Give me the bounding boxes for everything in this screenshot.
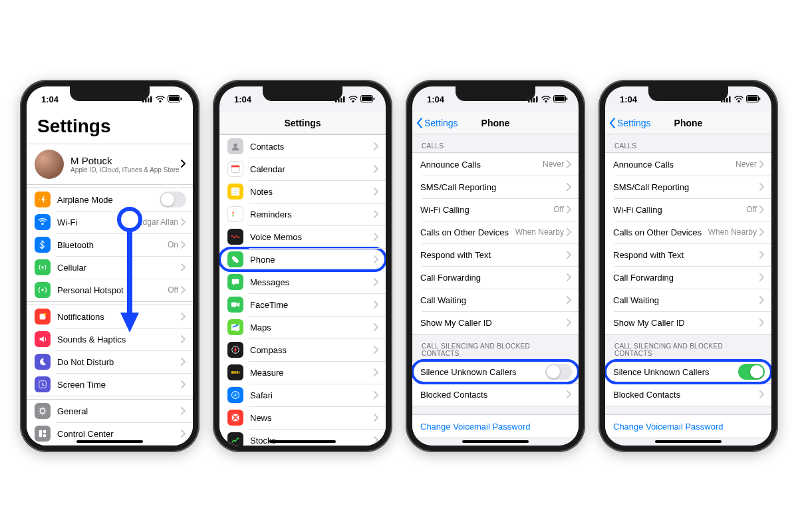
row-label: Safari xyxy=(250,390,374,400)
row-label: Voice Memos xyxy=(250,232,374,242)
settings-row-facetime[interactable]: FaceTime xyxy=(219,293,386,316)
svg-rect-27 xyxy=(231,166,239,168)
row-label: Cellular xyxy=(57,263,181,273)
settings-row-calls-on-other-devices[interactable]: Calls on Other DevicesWhen Nearby xyxy=(605,221,771,243)
change-voicemail-password[interactable]: Change Voicemail Password xyxy=(605,415,771,438)
group-header-calls: CALLS xyxy=(412,134,579,152)
svg-point-10 xyxy=(44,313,47,316)
settings-row-notes[interactable]: Notes xyxy=(219,180,386,203)
settings-row-call-forwarding[interactable]: Call Forwarding xyxy=(605,266,771,289)
status-time: 1:04 xyxy=(620,94,637,104)
row-label: Measure xyxy=(250,368,374,378)
hotspot-icon xyxy=(35,282,51,298)
notch xyxy=(456,86,535,101)
nav-bar: Settings Phone xyxy=(605,112,771,134)
chevron-right-icon xyxy=(181,335,186,343)
safari-icon xyxy=(227,387,243,403)
settings-row-compass[interactable]: Compass xyxy=(219,338,386,361)
row-label: Silence Unknown Callers xyxy=(420,367,545,377)
row-label: Wi-Fi Calling xyxy=(420,205,553,215)
back-button[interactable]: Settings xyxy=(609,118,651,128)
settings-row-news[interactable]: News xyxy=(219,406,386,429)
settings-row-call-waiting[interactable]: Call Waiting xyxy=(412,289,579,311)
settings-row-blocked-contacts[interactable]: Blocked Contacts xyxy=(605,383,771,406)
settings-row-cellular[interactable]: Cellular xyxy=(27,256,193,279)
chevron-right-icon xyxy=(374,210,379,218)
settings-row-notifications[interactable]: Notifications xyxy=(27,305,193,328)
settings-row-announce-calls[interactable]: Announce CallsNever xyxy=(412,153,579,176)
apple-id-row[interactable]: M Potuck Apple ID, iCloud, iTunes & App … xyxy=(27,144,193,185)
settings-row-blocked-contacts[interactable]: Blocked Contacts xyxy=(412,383,579,406)
settings-row-respond-with-text[interactable]: Respond with Text xyxy=(412,243,579,266)
chevron-right-icon xyxy=(181,430,186,438)
row-detail: Never xyxy=(543,160,564,169)
notch xyxy=(70,86,150,101)
chevron-right-icon xyxy=(374,278,379,286)
wifi-icon xyxy=(35,214,51,230)
chevron-right-icon xyxy=(181,380,186,388)
screentime-icon xyxy=(35,376,51,392)
notch xyxy=(648,86,728,101)
settings-row-wi-fi[interactable]: Wi-FiEdgar Allan xyxy=(27,211,193,233)
settings-row-bluetooth[interactable]: BluetoothOn xyxy=(27,233,193,256)
settings-row-respond-with-text[interactable]: Respond with Text xyxy=(605,243,771,266)
back-button[interactable]: Settings xyxy=(416,118,458,128)
settings-row-silence-unknown-callers[interactable]: Silence Unknown Callers xyxy=(412,360,579,383)
notch xyxy=(263,86,342,101)
settings-row-show-my-caller-id[interactable]: Show My Caller ID xyxy=(412,311,579,334)
chevron-right-icon xyxy=(759,296,765,304)
settings-row-screen-time[interactable]: Screen Time xyxy=(27,373,193,396)
settings-row-stocks[interactable]: Stocks xyxy=(219,429,386,446)
settings-row-calls-on-other-devices[interactable]: Calls on Other DevicesWhen Nearby xyxy=(412,221,579,243)
settings-row-call-forwarding[interactable]: Call Forwarding xyxy=(412,266,579,289)
settings-row-show-my-caller-id[interactable]: Show My Caller ID xyxy=(605,311,771,334)
change-voicemail-password[interactable]: Change Voicemail Password xyxy=(412,415,579,438)
row-label: Blocked Contacts xyxy=(613,390,759,400)
chevron-right-icon xyxy=(567,160,572,168)
row-detail: On xyxy=(168,240,178,249)
settings-row-silence-unknown-callers[interactable]: Silence Unknown Callers xyxy=(605,360,771,383)
chevron-right-icon xyxy=(181,313,186,321)
nav-title: Phone xyxy=(674,118,703,128)
settings-row-measure[interactable]: Measure xyxy=(219,361,386,384)
row-label: Compass xyxy=(250,345,374,355)
settings-row-wi-fi-calling[interactable]: Wi-Fi CallingOff xyxy=(605,198,771,221)
row-detail: Never xyxy=(735,160,757,169)
settings-row-personal-hotspot[interactable]: Personal HotspotOff xyxy=(27,279,193,301)
settings-row-announce-calls[interactable]: Announce CallsNever xyxy=(605,153,771,176)
settings-row-call-waiting[interactable]: Call Waiting xyxy=(605,289,771,311)
row-label: Wi-Fi xyxy=(57,217,138,227)
settings-row-sounds-haptics[interactable]: Sounds & Haptics xyxy=(27,328,193,350)
settings-row-do-not-disturb[interactable]: Do Not Disturb xyxy=(27,350,193,373)
settings-row-wi-fi-calling[interactable]: Wi-Fi CallingOff xyxy=(412,198,579,221)
settings-row-airplane-mode[interactable]: Airplane Mode xyxy=(27,188,193,211)
settings-row-safari[interactable]: Safari xyxy=(219,384,386,406)
nav-title: Phone xyxy=(481,118,510,128)
settings-row-voice-memos[interactable]: Voice Memos xyxy=(219,225,386,248)
settings-row-general[interactable]: General xyxy=(27,400,193,422)
toggle[interactable] xyxy=(545,364,572,380)
row-label: Call Forwarding xyxy=(420,273,567,283)
settings-row-maps[interactable]: Maps xyxy=(219,316,386,338)
settings-row-reminders[interactable]: Reminders xyxy=(219,203,386,225)
chevron-right-icon xyxy=(567,205,572,213)
toggle[interactable] xyxy=(738,364,765,380)
wifi-status-icon xyxy=(156,94,165,104)
row-label: Reminders xyxy=(250,209,374,219)
avatar xyxy=(35,150,64,179)
svg-rect-13 xyxy=(39,430,42,438)
settings-row-sms-call-reporting[interactable]: SMS/Call Reporting xyxy=(412,176,579,198)
settings-row-contacts[interactable]: Contacts xyxy=(219,135,386,158)
settings-row-messages[interactable]: Messages xyxy=(219,271,386,293)
wifi-status-icon xyxy=(734,94,743,104)
wifi-status-icon xyxy=(348,94,358,104)
row-label: Call Forwarding xyxy=(613,273,759,283)
settings-row-phone[interactable]: Phone xyxy=(219,248,386,271)
chevron-right-icon xyxy=(567,319,572,327)
svg-rect-20 xyxy=(340,98,342,102)
settings-row-sms-call-reporting[interactable]: SMS/Call Reporting xyxy=(605,176,771,198)
toggle[interactable] xyxy=(160,192,186,207)
settings-row-calendar[interactable]: Calendar xyxy=(219,158,386,180)
chevron-right-icon xyxy=(374,301,379,309)
row-label: Calendar xyxy=(250,164,374,174)
